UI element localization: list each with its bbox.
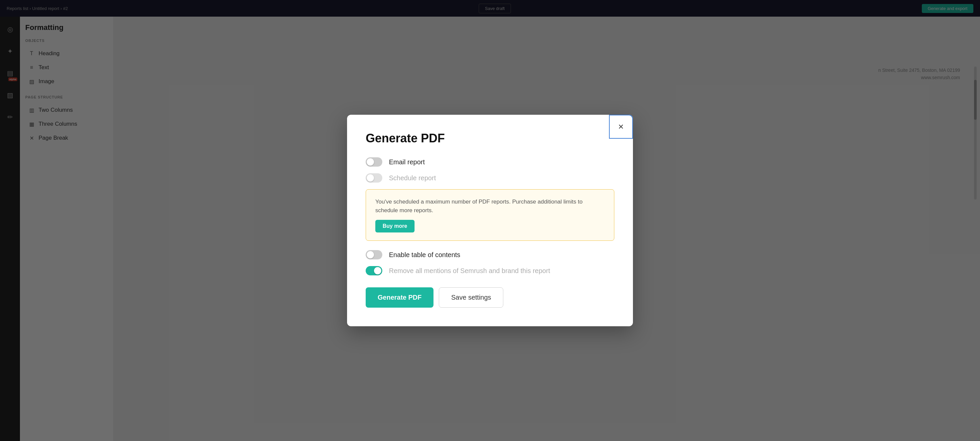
generate-pdf-button[interactable]: Generate PDF [366,287,433,308]
email-report-toggle[interactable] [366,157,382,167]
enable-toc-toggle[interactable] [366,250,382,260]
buy-more-button[interactable]: Buy more [375,220,415,232]
save-settings-button[interactable]: Save settings [439,287,503,308]
modal-title: Generate PDF [366,131,614,145]
schedule-report-knob [367,174,374,181]
schedule-report-row: Schedule report [366,173,614,183]
email-report-label: Email report [389,158,425,166]
enable-toc-row: Enable table of contents [366,250,614,260]
modal-close-button[interactable]: × [609,115,633,139]
remove-mentions-knob [374,267,381,274]
schedule-report-toggle[interactable] [366,173,382,183]
modal-overlay: × Generate PDF Email report Schedule rep… [0,0,980,441]
remove-mentions-toggle[interactable] [366,266,382,275]
close-icon: × [618,121,624,132]
email-report-knob [367,158,374,166]
warning-text: You've scheduled a maximum number of PDF… [375,197,605,215]
enable-toc-label: Enable table of contents [389,251,460,259]
email-report-row: Email report [366,157,614,167]
enable-toc-knob [367,251,374,258]
generate-pdf-modal: × Generate PDF Email report Schedule rep… [347,115,633,326]
modal-actions: Generate PDF Save settings [366,287,614,308]
schedule-report-label: Schedule report [389,174,436,182]
remove-mentions-label: Remove all mentions of Semrush and brand… [389,267,550,275]
warning-box: You've scheduled a maximum number of PDF… [366,189,614,241]
remove-mentions-row: Remove all mentions of Semrush and brand… [366,266,614,275]
